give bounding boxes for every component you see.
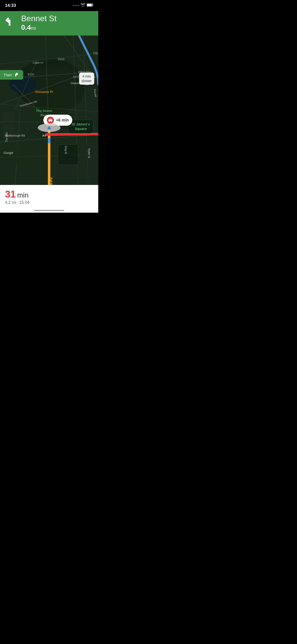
st-james-line1: St James's [72,122,90,126]
slower-badge-line1: 4 min [82,74,91,78]
google-text: Google [4,151,13,155]
nav-header: Bennet St 0.4mi [0,11,98,36]
eta-row: 31 min [5,189,93,200]
slower-badge: 4 min slower [79,73,94,85]
svg-point-57 [51,121,52,122]
svg-rect-26 [3,124,15,140]
eta-minutes-label: min [17,191,28,199]
battery-icon [87,3,93,8]
slower-badge-text: 4 min slower [82,74,92,83]
svg-point-56 [49,121,50,122]
distance-number: 0.4 [21,23,31,31]
svg-text:B319: B319 [58,58,64,61]
signal-icon [73,5,79,6]
st-james-text: St James's Square [72,122,90,131]
status-icons [73,3,93,8]
svg-text:A4: A4 [42,134,46,137]
svg-text:City: City [93,51,98,54]
svg-text:Pall Mall: Pall Mall [50,177,53,185]
st-james-line2: Square [75,127,87,131]
eta-details: 4.2 mi · 15:04 [5,200,93,205]
map-svg: B319 B310 B310 Grosvenor Pl Constitution… [0,34,98,185]
svg-rect-25 [3,112,15,122]
svg-text:B310: B310 [73,75,80,78]
eta-minutes-number: 31 [5,189,16,200]
turn-arrow-icon [4,15,18,30]
slower-badge-line2: slower [82,79,92,83]
svg-text:Ryder St: Ryder St [88,148,90,158]
location-arrow-icon: ▲ [46,123,52,131]
distance-unit: mi [31,26,36,31]
svg-rect-31 [3,145,33,165]
then-label: Then [4,73,12,77]
bottom-bar: 31 min 4.2 mi · 15:04 [0,185,98,213]
status-bar: 14:33 [0,0,98,11]
incident-text: +6 min [56,118,69,122]
map-container[interactable]: B319 B310 B310 Grosvenor Pl Constitution… [0,34,98,185]
wifi-icon [81,3,85,8]
svg-text:King St: King St [64,146,67,154]
status-time: 14:33 [5,3,16,8]
svg-line-24 [47,134,98,135]
svg-text:The Green: The Green [36,109,52,113]
street-name: Bennet St [21,14,57,23]
distance: 0.4mi [21,23,57,31]
location-oval: ▲ [38,123,60,132]
then-indicator: Then [0,70,23,80]
svg-text:Marlborough Rd: Marlborough Rd [5,134,25,137]
svg-rect-27 [58,145,78,165]
svg-text:Grosvenor Pl: Grosvenor Pl [35,90,53,94]
svg-text:Logan Ln: Logan Ln [33,61,43,64]
svg-text:B310: B310 [28,73,34,76]
svg-rect-1 [87,4,92,6]
google-watermark: Google [4,151,13,155]
then-arrow-icon [14,72,20,78]
svg-rect-2 [93,5,93,6]
location-indicator: ▲ [38,123,60,132]
svg-rect-30 [81,167,96,182]
nav-info: Bennet St 0.4mi [21,14,57,31]
incident-icon [47,117,54,124]
svg-rect-29 [58,167,78,182]
home-indicator [34,210,64,211]
